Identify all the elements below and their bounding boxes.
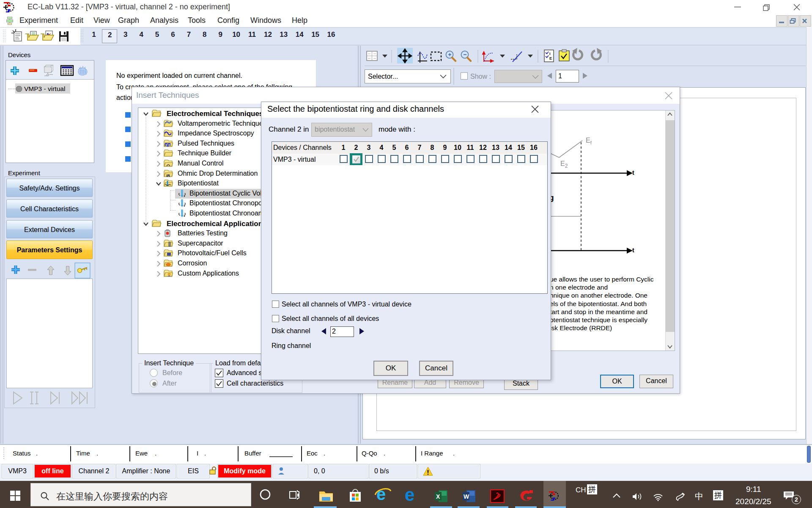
svg-text:I: I [549,52,551,56]
svg-text:iR: iR [166,174,170,178]
svg-text:E: E [549,56,552,61]
svg-text:W: W [464,493,469,500]
svg-text:X: X [436,493,440,500]
